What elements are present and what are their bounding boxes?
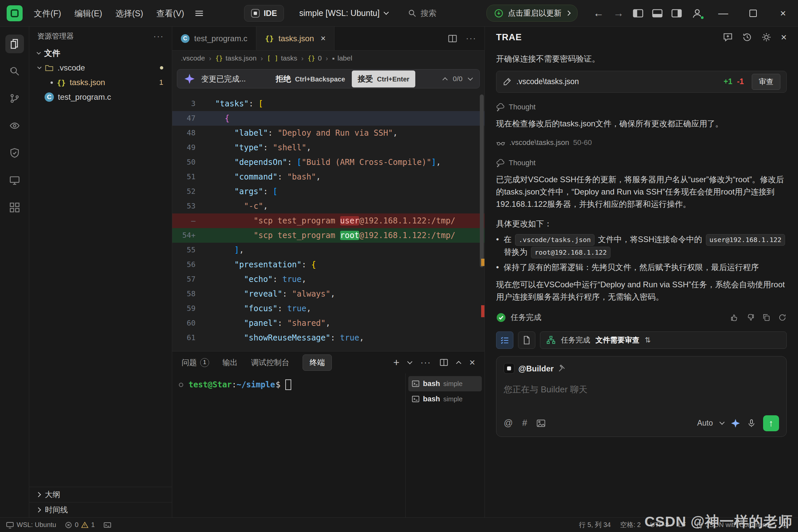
copy-icon[interactable]: [762, 313, 771, 322]
reject-changes-button[interactable]: 拒绝 Ctrl+Backspace: [276, 74, 345, 84]
extensions-grid-icon[interactable]: [5, 198, 24, 217]
file-reference-row[interactable]: .vscode\tasks.json 50-60: [496, 137, 787, 148]
context-hash-icon[interactable]: #: [522, 416, 527, 430]
menu-edit[interactable]: 编辑(E): [68, 0, 109, 26]
code-line[interactable]: 57 "echo": true,: [172, 272, 484, 287]
tree-item-root[interactable]: 文件: [29, 46, 172, 60]
restart-update-button[interactable]: 点击重启以更新: [487, 5, 577, 22]
close-tab-icon[interactable]: ×: [321, 33, 325, 43]
next-change-icon[interactable]: [468, 75, 473, 80]
attach-image-icon[interactable]: [536, 419, 546, 428]
outline-section[interactable]: 大纲: [29, 487, 172, 502]
toggle-right-sidebar-icon[interactable]: [671, 8, 682, 19]
breadcrumb-item[interactable]: {}tasks.json: [215, 54, 256, 62]
code-line[interactable]: 50 "dependsOn": ["Build (ARM Cross-Compi…: [172, 155, 484, 170]
breadcrumb-item[interactable]: {}0: [307, 54, 322, 62]
cursor-position[interactable]: 行 5, 列 34: [579, 520, 611, 529]
code-line[interactable]: 48 "label": "Deploy and Run via SSH",: [172, 126, 484, 140]
code-line[interactable]: 54+ "scp test_program root@192.168.1.122…: [172, 228, 484, 243]
thumbs-up-icon[interactable]: [730, 313, 739, 322]
mention-icon[interactable]: @: [504, 416, 513, 430]
maximize-button[interactable]: [738, 0, 768, 26]
menu-selection[interactable]: 选择(S): [109, 0, 150, 26]
editor-scrollbar[interactable]: [479, 92, 484, 351]
forward-button[interactable]: →: [608, 7, 628, 19]
ports-indicator[interactable]: [103, 521, 111, 529]
close-panel-icon[interactable]: ×: [469, 357, 475, 368]
close-trae-panel-icon[interactable]: ×: [781, 32, 787, 43]
panel-tab-terminal[interactable]: 终端: [303, 355, 332, 371]
panel-tab-problems[interactable]: 问题 1: [182, 358, 209, 368]
panel-tab-debug-console[interactable]: 调试控制台: [251, 358, 289, 368]
changed-file-card[interactable]: .vscode\tasks.json +1 -1 审查: [496, 71, 787, 93]
code-line[interactable]: 47 {: [172, 111, 484, 126]
timeline-section[interactable]: 时间线: [29, 502, 172, 517]
code-line[interactable]: 55 ],: [172, 243, 484, 258]
terminal-profile-dropdown-icon[interactable]: [407, 359, 413, 364]
breadcrumb-item[interactable]: .vscode: [181, 54, 205, 62]
explorer-icon[interactable]: [5, 35, 24, 53]
previous-change-icon[interactable]: [442, 77, 448, 82]
ide-mode-badge[interactable]: IDE: [244, 5, 284, 22]
code-line[interactable]: 61 "showReuseMessage": true,: [172, 330, 484, 345]
code-line[interactable]: 56 "presentation": {: [172, 258, 484, 272]
settings-gear-icon[interactable]: [761, 32, 772, 42]
tree-item-vscode-folder[interactable]: .vscode: [29, 60, 172, 75]
code-line[interactable]: 3 "tasks": [: [172, 96, 484, 111]
expand-collapse-icon[interactable]: ⇅: [645, 335, 651, 346]
remote-indicator[interactable]: WSL: Ubuntu: [6, 521, 56, 529]
terminal-session-item[interactable]: bash simple: [408, 391, 482, 407]
preview-eye-icon[interactable]: [5, 116, 24, 135]
hamburger-menu-icon[interactable]: [194, 8, 204, 18]
agent-name[interactable]: @Builder: [518, 362, 554, 375]
menu-view[interactable]: 查看(V): [150, 0, 191, 26]
code-line[interactable]: 59 "focus": true,: [172, 301, 484, 316]
workspace-selector[interactable]: simple [WSL: Ubuntu]: [299, 8, 388, 18]
trae-logo-icon[interactable]: [7, 5, 23, 21]
problems-indicator[interactable]: 0 1: [65, 521, 95, 529]
chat-input-box[interactable]: @Builder 您正在与 Builder 聊天 @ # Auto ↑: [496, 356, 787, 437]
thumbs-down-icon[interactable]: [746, 313, 755, 322]
code-line[interactable]: 52 "args": [: [172, 184, 484, 199]
chat-input-placeholder[interactable]: 您正在与 Builder 聊天: [504, 383, 779, 413]
account-avatar[interactable]: [691, 8, 703, 19]
code-line[interactable]: 60 "panel": "shared",: [172, 316, 484, 330]
breadcrumb-item[interactable]: ▪label: [332, 54, 353, 62]
sidebar-more-actions-icon[interactable]: ···: [153, 31, 164, 41]
source-control-icon[interactable]: [5, 89, 24, 108]
code-line[interactable]: 49 "type": "shell",: [172, 140, 484, 155]
toggle-left-sidebar-icon[interactable]: [632, 8, 644, 19]
regenerate-icon[interactable]: [778, 313, 787, 322]
back-button[interactable]: ←: [589, 7, 608, 19]
toggle-bottom-panel-icon[interactable]: [652, 8, 663, 19]
indentation[interactable]: 空格: 2: [620, 520, 641, 529]
search-icon[interactable]: [5, 62, 24, 80]
minimize-button[interactable]: —: [708, 0, 738, 26]
tab-tasks-json[interactable]: {} tasks.json ×: [256, 26, 335, 50]
remote-monitor-icon[interactable]: [5, 171, 24, 190]
model-mode-selector[interactable]: Auto: [697, 417, 713, 429]
terminal-session-item[interactable]: bash simple: [408, 376, 482, 391]
split-editor-icon[interactable]: [448, 34, 457, 43]
microphone-icon[interactable]: [747, 419, 756, 428]
tab-test-program-c[interactable]: C test_program.c: [172, 26, 256, 50]
debug-shield-icon[interactable]: [5, 144, 24, 162]
new-terminal-icon[interactable]: +: [393, 357, 400, 368]
checklist-view-button[interactable]: [496, 331, 513, 349]
new-chat-icon[interactable]: [723, 32, 733, 42]
code-line[interactable]: 58 "reveal": "always",: [172, 287, 484, 301]
tree-item-tasks-json[interactable]: {} tasks.json 1: [29, 75, 172, 90]
code-line[interactable]: 53 "-c",: [172, 199, 484, 213]
editor-more-actions-icon[interactable]: ···: [466, 33, 476, 43]
review-button[interactable]: 审查: [752, 74, 780, 90]
titlebar-search[interactable]: 搜索: [408, 8, 437, 19]
history-icon[interactable]: [742, 32, 752, 42]
panel-tab-output[interactable]: 输出: [223, 358, 238, 368]
breadcrumb-item[interactable]: [ ]tasks: [267, 54, 297, 62]
accept-changes-button[interactable]: 接受 Ctrl+Enter: [352, 71, 415, 88]
split-terminal-icon[interactable]: [440, 358, 448, 367]
code-line[interactable]: 51 "command": "bash",: [172, 170, 484, 184]
menu-file[interactable]: 文件(F): [27, 0, 68, 26]
panel-more-actions-icon[interactable]: ···: [420, 358, 431, 368]
scrollbar-thumb[interactable]: [480, 94, 484, 267]
